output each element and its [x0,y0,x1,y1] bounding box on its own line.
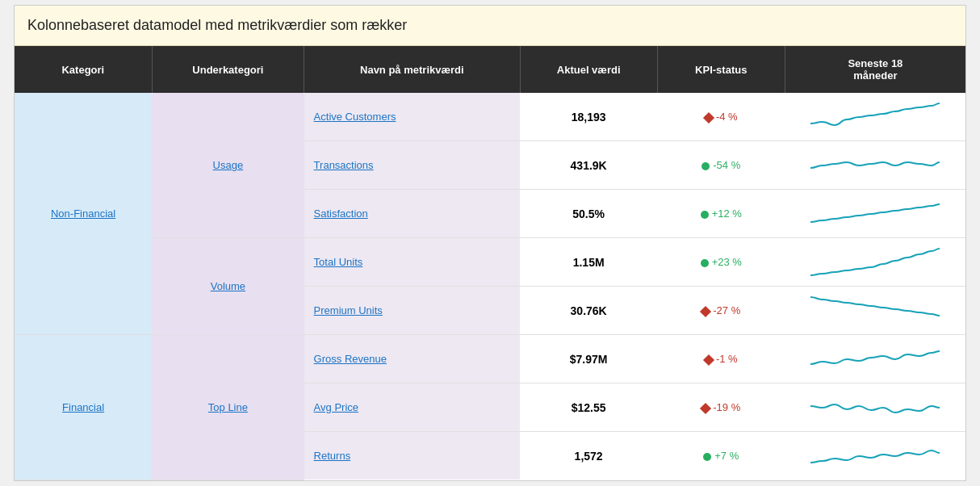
kpi-positive-badge: +12 % [701,207,742,220]
kpi-status: -1 % [657,335,785,383]
kpi-status: +7 % [657,432,785,480]
metric-name[interactable]: Premium Units [304,287,520,335]
metric-link[interactable]: Returns [314,450,351,462]
metric-link[interactable]: Avg Price [314,401,358,413]
circle-icon [703,453,711,461]
kpi-status: -4 % [657,93,785,141]
kpi-positive-badge: -54 % [701,159,740,171]
metric-value: $7.97M [520,335,657,383]
sparkline-chart [810,341,940,374]
kpi-status: -19 % [657,383,785,432]
sparkline-cell [785,432,965,480]
non-financial-link[interactable]: Non-Financial [51,207,115,220]
metric-value: 431.9K [520,141,657,190]
kpi-status: -27 % [657,287,785,335]
metric-name[interactable]: Active Customers [304,93,520,141]
header-navn: Navn på metrikværdi [304,46,520,93]
sparkline-cell [785,383,965,432]
diamond-icon [703,354,714,366]
underkategori-volume[interactable]: Volume [152,238,304,335]
kpi-positive-badge: +7 % [703,450,739,462]
kpi-negative-badge: -19 % [701,401,740,413]
header-kategori: Kategori [15,46,152,93]
topline-link[interactable]: Top Line [208,401,248,413]
table-row: FinancialTop LineGross Revenue$7.97M-1 % [15,335,965,383]
kpi-status: +12 % [657,190,785,238]
kpi-negative-badge: -1 % [705,353,738,365]
metric-link[interactable]: Active Customers [314,111,396,123]
sparkline-cell [785,141,965,190]
sparkline-cell [785,238,965,287]
sparkline-cell [785,335,965,383]
main-container: Kolonnebaseret datamodel med metrikværdi… [14,5,966,481]
header-kpi: KPI-status [657,46,785,93]
circle-icon [701,259,709,267]
financial-link[interactable]: Financial [62,401,104,413]
sparkline-chart [810,390,940,422]
metric-link[interactable]: Satisfaction [314,207,368,220]
metric-value: 50.5% [520,190,657,238]
kpi-negative-badge: -4 % [705,111,738,123]
sparkline-chart [810,293,940,325]
metric-value: $12.55 [520,383,657,432]
metric-name[interactable]: Gross Revenue [304,335,520,383]
metric-value: 1,572 [520,432,657,480]
metric-link[interactable]: Total Units [314,256,363,268]
header-aktuel: Aktuel værdi [520,46,657,93]
kpi-status: +23 % [657,238,785,287]
diamond-icon [700,403,711,414]
sparkline-cell [785,190,965,238]
metric-link[interactable]: Transactions [314,159,374,171]
metric-value: 18,193 [520,93,657,141]
kpi-status: -54 % [657,141,785,190]
kpi-negative-badge: -27 % [701,304,740,316]
metric-name[interactable]: Total Units [304,238,520,287]
sparkline-cell [785,93,965,141]
metrics-table: Kategori Underkategori Navn på metrikvær… [15,46,965,480]
header-underkategori: Underkategori [152,46,304,93]
table-row: VolumeTotal Units1.15M+23 % [15,238,965,287]
underkategori-topline[interactable]: Top Line [152,335,304,480]
diamond-icon [700,306,711,317]
kategori-non-financial[interactable]: Non-Financial [15,93,152,335]
sparkline-cell [785,287,965,335]
circle-icon [701,211,709,219]
diamond-icon [703,112,714,124]
kpi-positive-badge: +23 % [701,256,742,268]
underkategori-usage[interactable]: Usage [152,93,304,238]
metric-link[interactable]: Premium Units [314,304,383,316]
sparkline-chart [810,196,940,228]
metric-value: 30.76K [520,287,657,335]
metric-value: 1.15M [520,238,657,287]
metric-link[interactable]: Gross Revenue [314,353,387,365]
metric-name[interactable]: Satisfaction [304,190,520,238]
volume-link[interactable]: Volume [211,280,245,292]
sparkline-chart [810,438,940,471]
kategori-financial[interactable]: Financial [15,335,152,480]
sparkline-chart [810,99,940,132]
sparkline-chart [810,245,940,277]
circle-icon [701,162,710,170]
table-row: Non-FinancialUsageActive Customers18,193… [15,93,965,141]
page-title: Kolonnebaseret datamodel med metrikværdi… [15,6,965,46]
header-seneste: Seneste 18 måneder [785,46,965,93]
metric-name[interactable]: Returns [304,432,520,480]
usage-link[interactable]: Usage [213,159,244,171]
metric-name[interactable]: Transactions [304,141,520,190]
metric-name[interactable]: Avg Price [304,383,520,432]
sparkline-chart [810,148,940,180]
